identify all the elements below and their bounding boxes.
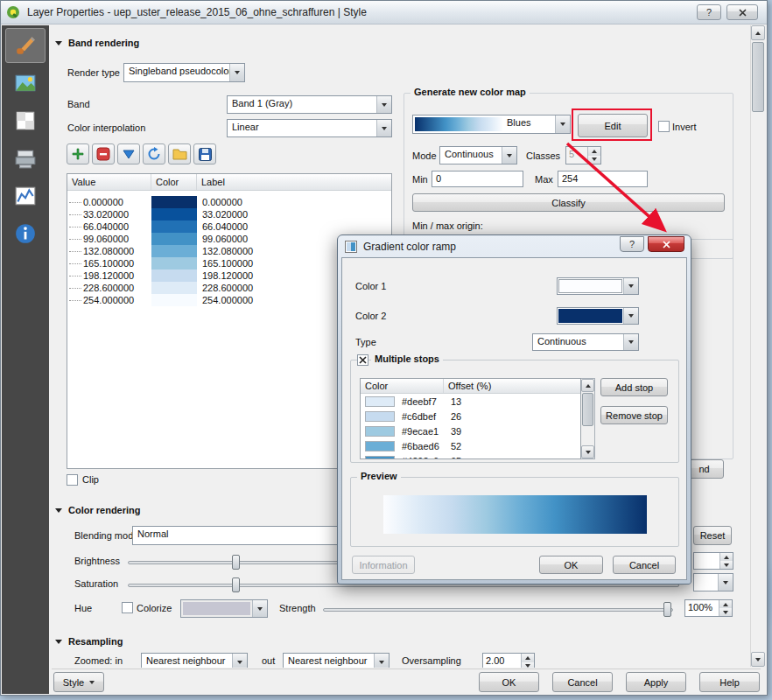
stops-table[interactable]: Color Offset (%) #deebf713#c6dbef26#9eca… bbox=[360, 378, 581, 459]
sidebar-item-metadata[interactable] bbox=[5, 216, 46, 251]
information-label: Information bbox=[359, 560, 407, 570]
chevron-down-icon bbox=[89, 681, 95, 684]
column-header-color[interactable]: Color bbox=[361, 379, 444, 393]
scroll-up-button[interactable] bbox=[751, 25, 765, 40]
color-map-row[interactable]: 0.0000000.000000 bbox=[67, 196, 391, 208]
sidebar-item-pyramids[interactable] bbox=[5, 141, 46, 176]
colorize-checkbox[interactable] bbox=[122, 602, 133, 613]
stop-color-swatch bbox=[365, 396, 395, 407]
remove-entry-button[interactable] bbox=[92, 144, 115, 164]
stop-offset: 39 bbox=[451, 426, 461, 437]
scrollbar-thumb[interactable] bbox=[752, 42, 764, 112]
color-map-row[interactable]: 66.04000066.040000 bbox=[67, 220, 391, 233]
spin-down-icon[interactable] bbox=[719, 608, 732, 616]
spin-down-icon[interactable] bbox=[720, 561, 733, 569]
zoomed-out-label: out bbox=[262, 655, 275, 666]
stops-scrollbar[interactable] bbox=[581, 378, 595, 459]
add-stop-button[interactable]: Add stop bbox=[600, 378, 668, 396]
spin-up-icon[interactable] bbox=[719, 600, 732, 608]
ramp-swatch bbox=[415, 117, 502, 131]
column-header-offset[interactable]: Offset (%) bbox=[444, 379, 580, 393]
ok-button[interactable]: OK bbox=[479, 672, 539, 692]
apply-button[interactable]: Apply bbox=[626, 672, 686, 692]
scroll-up-button[interactable] bbox=[581, 379, 594, 392]
type-combo[interactable]: Continuous bbox=[532, 333, 639, 351]
information-button[interactable]: Information bbox=[352, 556, 415, 574]
check-x-icon bbox=[359, 356, 367, 364]
color1-picker[interactable] bbox=[557, 277, 639, 295]
clip-checkbox[interactable] bbox=[67, 474, 78, 486]
collapse-triangle-icon bbox=[55, 508, 62, 513]
scrollbar-thumb[interactable] bbox=[582, 393, 593, 426]
stop-offset: 52 bbox=[451, 441, 461, 452]
main-scrollbar[interactable] bbox=[750, 25, 765, 667]
help-button[interactable]: Help bbox=[699, 672, 760, 692]
multiple-stops-checkbox[interactable] bbox=[357, 354, 368, 366]
gradient-stop-row[interactable]: #c6dbef26 bbox=[361, 409, 580, 424]
remove-stop-button[interactable]: Remove stop bbox=[600, 406, 668, 424]
row-label: 198.120000 bbox=[197, 270, 253, 281]
gradient-stop-row[interactable]: #4292c665 bbox=[361, 453, 580, 459]
spin-up-icon[interactable] bbox=[522, 654, 534, 662]
color-ramp-combo[interactable]: Blues bbox=[412, 115, 571, 134]
stops-table-header: Color Offset (%) bbox=[361, 379, 580, 394]
stop-color-swatch bbox=[365, 411, 395, 422]
column-header-color[interactable]: Color bbox=[151, 174, 197, 190]
dialog-cancel-button[interactable]: Cancel bbox=[613, 556, 676, 574]
oversampling-label: Oversampling bbox=[402, 655, 461, 666]
zoomed-out-combo[interactable]: Nearest neighbour bbox=[283, 653, 390, 668]
spin-up-icon[interactable] bbox=[720, 553, 733, 561]
grayscale-combo-fragment[interactable] bbox=[693, 573, 733, 592]
chevron-down-icon bbox=[623, 278, 638, 294]
cancel-button[interactable]: Cancel bbox=[552, 672, 613, 692]
colorize-color-combo[interactable] bbox=[180, 599, 268, 618]
color-map-row[interactable]: 33.02000033.020000 bbox=[67, 208, 391, 220]
strength-slider[interactable] bbox=[323, 608, 673, 612]
color2-picker[interactable] bbox=[557, 307, 639, 325]
interpolation-value: Linear bbox=[228, 120, 376, 136]
window-titlebar[interactable]: Layer Properties - uep_uster_release_201… bbox=[1, 1, 767, 24]
style-menu-button[interactable]: Style bbox=[53, 672, 104, 692]
mode-combo[interactable]: Continuous bbox=[439, 146, 517, 164]
dialog-ok-button[interactable]: OK bbox=[539, 556, 603, 574]
sidebar-item-style[interactable] bbox=[5, 28, 46, 63]
gradient-stop-row[interactable]: #9ecae139 bbox=[361, 424, 580, 438]
sort-button[interactable] bbox=[117, 144, 140, 164]
band-combo[interactable]: Band 1 (Gray) bbox=[227, 95, 392, 114]
section-color-rendering[interactable]: Color rendering bbox=[55, 505, 141, 515]
strength-slider-handle[interactable] bbox=[663, 602, 671, 617]
sidebar-item-transparency[interactable] bbox=[5, 66, 46, 101]
brightness-slider-handle[interactable] bbox=[232, 555, 240, 570]
add-entry-button[interactable] bbox=[67, 144, 89, 164]
column-header-value[interactable]: Value bbox=[67, 174, 151, 190]
window-help-button[interactable]: ? bbox=[697, 4, 721, 20]
refresh-icon bbox=[147, 147, 161, 161]
interpolation-combo[interactable]: Linear bbox=[227, 119, 392, 137]
oversampling-spinbox[interactable]: 2.00 bbox=[482, 653, 535, 668]
sidebar-item-histogram[interactable] bbox=[5, 178, 46, 214]
gradient-stop-row[interactable]: #6baed652 bbox=[361, 438, 580, 453]
window-close-button[interactable] bbox=[726, 4, 758, 20]
save-icon bbox=[199, 148, 212, 161]
scroll-down-button[interactable] bbox=[581, 445, 594, 458]
row-label: 132.080000 bbox=[197, 246, 253, 256]
reset-button[interactable]: Reset bbox=[693, 526, 732, 545]
save-colormap-button[interactable] bbox=[193, 144, 216, 164]
strength-spinbox[interactable]: 100% bbox=[684, 599, 733, 617]
gradient-stop-row[interactable]: #deebf713 bbox=[361, 394, 580, 409]
saturation-slider-handle[interactable] bbox=[232, 578, 240, 592]
zoomed-in-combo[interactable]: Nearest neighbour bbox=[141, 653, 248, 668]
render-type-combo[interactable]: Singleband pseudocolor bbox=[123, 63, 245, 82]
section-band-rendering[interactable]: Band rendering bbox=[55, 38, 139, 48]
sidebar-item-colormap[interactable] bbox=[5, 103, 46, 138]
brightness-spin-fragment[interactable] bbox=[693, 552, 733, 570]
column-header-label[interactable]: Label bbox=[197, 174, 391, 190]
min-input[interactable]: 0 bbox=[432, 171, 523, 187]
ok-label: OK bbox=[565, 560, 579, 570]
spin-down-icon[interactable] bbox=[522, 662, 534, 668]
section-resampling[interactable]: Resampling bbox=[55, 636, 123, 647]
load-colormap-button[interactable] bbox=[168, 144, 191, 164]
scroll-down-button[interactable] bbox=[751, 652, 765, 667]
row-color-swatch bbox=[151, 220, 197, 233]
refresh-button[interactable] bbox=[143, 144, 165, 164]
